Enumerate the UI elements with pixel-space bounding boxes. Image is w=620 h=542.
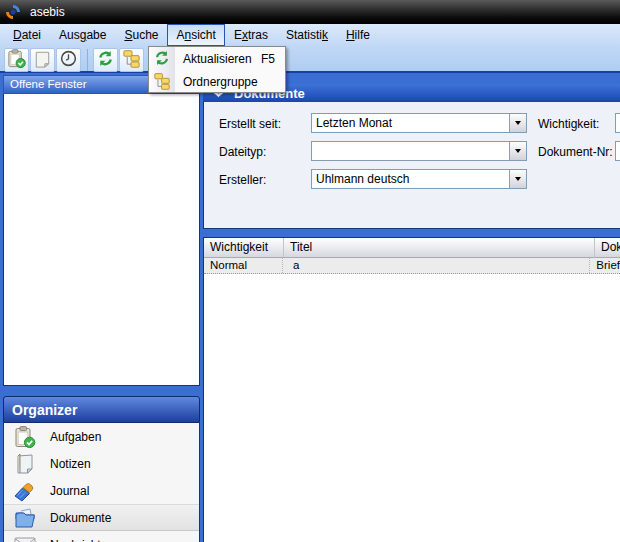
menuitem-ordnergruppe[interactable]: Ordnergruppe (149, 70, 285, 93)
organizer-item-notizen[interactable]: Notizen (4, 450, 199, 477)
folder-group-icon (122, 49, 141, 71)
menuitem-aktualisieren[interactable]: Aktualisieren F5 (149, 47, 285, 70)
erstellt-seit-combobox[interactable]: Letzten Monat (311, 113, 527, 133)
shortcut-label: F5 (261, 52, 275, 66)
notepad-icon (32, 48, 53, 72)
asebis-logo-icon (5, 4, 21, 20)
documents-table: Wichtigkeit Titel Doku Normal a Brief (203, 237, 620, 542)
arrow-down-icon (515, 121, 521, 125)
new-note-button[interactable] (30, 48, 55, 72)
clock-icon (58, 48, 79, 72)
dateityp-label: Dateityp: (219, 145, 266, 159)
dokument-nr-field[interactable] (615, 141, 620, 161)
organizer-item-journal[interactable]: Journal (4, 477, 199, 504)
organizer-item-label: Nachrichten (50, 538, 114, 542)
menu-datei[interactable]: Datei (4, 24, 50, 46)
erstellt-seit-label: Erstellt seit: (219, 117, 281, 131)
ersteller-combobox[interactable]: Uhlmann deutsch (311, 169, 527, 189)
organizer-item-label: Aufgaben (50, 430, 101, 444)
menubar: Datei Ausgabe Suche Ansicht Extras Stati… (0, 24, 620, 46)
ersteller-label: Ersteller: (219, 173, 266, 187)
refresh-button[interactable] (93, 48, 118, 72)
wichtigkeit-field[interactable] (615, 113, 620, 133)
dokument-nr-label: Dokument-Nr: (538, 145, 613, 159)
organizer-list: Aufgaben Notizen (3, 423, 200, 542)
organizer-item-label: Notizen (50, 457, 91, 471)
tasks-icon (12, 425, 38, 449)
organizer-item-aufgaben[interactable]: Aufgaben (4, 423, 199, 450)
folder-group-icon (153, 72, 171, 90)
dateityp-combobox[interactable] (311, 141, 527, 161)
application-window: asebis Datei Ausgabe Suche Ansicht Extra… (0, 0, 620, 542)
refresh-icon (153, 49, 171, 67)
organizer-panel: Organizer Aufgaben (3, 396, 200, 542)
organizer-header: Organizer (3, 396, 200, 423)
combo-dropdown-button[interactable] (509, 114, 526, 132)
menu-ausgabe[interactable]: Ausgabe (50, 24, 115, 46)
wichtigkeit-label: Wichtigkeit: (538, 117, 599, 131)
menu-ansicht[interactable]: Ansicht (167, 24, 224, 46)
combo-dropdown-button[interactable] (509, 170, 526, 188)
clipboard-check-icon (6, 48, 27, 72)
column-header-titel[interactable]: Titel (284, 238, 595, 258)
new-task-button[interactable] (4, 48, 29, 72)
journal-icon (12, 479, 38, 503)
window-title: asebis (30, 5, 65, 19)
organizer-item-nachrichten[interactable]: Nachrichten (4, 531, 199, 542)
arrow-down-icon (515, 177, 521, 181)
toolbar (4, 47, 145, 72)
open-windows-panel: Offene Fenster (3, 75, 200, 386)
notes-icon (12, 452, 38, 476)
table-row[interactable]: Normal a Brief (204, 258, 620, 274)
menu-hilfe[interactable]: Hilfe (337, 24, 379, 46)
refresh-icon (96, 49, 115, 71)
organizer-item-label: Journal (50, 484, 89, 498)
organizer-item-dokumente[interactable]: Dokumente (4, 504, 199, 531)
mail-icon (12, 533, 38, 542)
column-header-wichtigkeit[interactable]: Wichtigkeit (204, 238, 284, 258)
ansicht-dropdown-menu: Aktualisieren F5 Ordnergruppe (148, 46, 286, 93)
arrow-down-icon (515, 149, 521, 153)
toolbar-separator (87, 49, 88, 71)
combo-dropdown-button[interactable] (509, 142, 526, 160)
history-button[interactable] (56, 48, 81, 72)
menu-statistik[interactable]: Statistik (277, 24, 337, 46)
folder-group-button[interactable] (119, 48, 144, 72)
column-header-dokumenttyp[interactable]: Doku (595, 238, 620, 258)
menu-suche[interactable]: Suche (115, 24, 167, 46)
table-header-row: Wichtigkeit Titel Doku (204, 238, 620, 258)
organizer-item-label: Dokumente (50, 511, 111, 525)
documents-icon (12, 506, 38, 530)
menu-extras[interactable]: Extras (225, 24, 277, 46)
document-filter-form: Erstellt seit: Letzten Monat Dateityp: E… (203, 102, 620, 229)
open-windows-list[interactable] (3, 94, 200, 386)
titlebar[interactable]: asebis (0, 0, 620, 24)
